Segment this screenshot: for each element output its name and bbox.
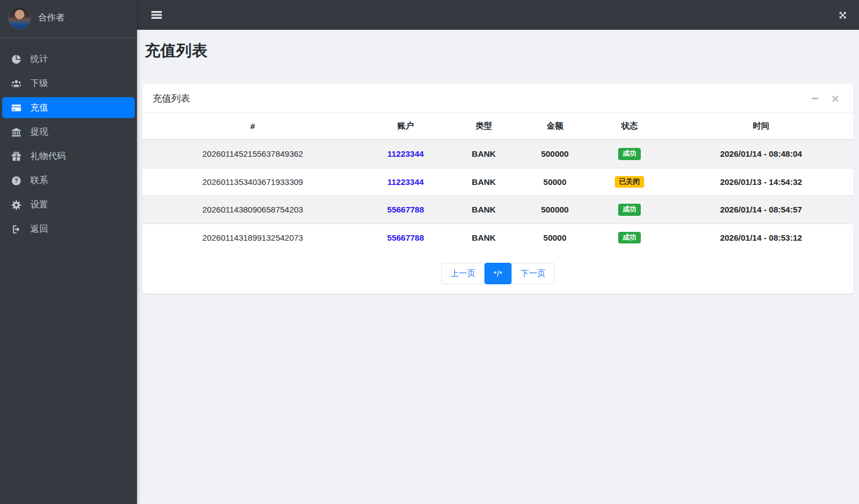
pagination: 上一页 */* 下一页 — [143, 251, 853, 294]
pie-chart-icon — [9, 54, 23, 65]
table-row: 2026011431899132542073 55667788 BANK 500… — [143, 224, 853, 251]
sidebar-item-contact[interactable]: ? 联系 — [2, 170, 135, 191]
table-header: # 账户 类型 金额 状态 时间 — [143, 113, 853, 140]
col-header-amount: 金额 — [519, 113, 591, 140]
next-page-button[interactable]: 下一页 — [511, 263, 555, 284]
account-link[interactable]: 11223344 — [387, 149, 424, 158]
sidebar-item-label: 统计 — [30, 54, 48, 65]
sidebar-item-label: 礼物代码 — [30, 151, 66, 162]
time-cell: 2026/01/14 - 08:54:57 — [668, 196, 853, 224]
status-cell: 已关闭 — [591, 168, 669, 196]
status-badge: 成功 — [618, 148, 641, 160]
table-row: 2026011353403671933309 11223344 BANK 500… — [143, 168, 853, 196]
sidebar-item-label: 返回 — [30, 224, 48, 235]
sign-out-icon — [9, 224, 23, 235]
status-cell: 成功 — [591, 140, 669, 168]
time-cell: 2026/01/13 - 14:54:32 — [668, 168, 853, 196]
type-cell: BANK — [448, 224, 519, 251]
svg-text:?: ? — [14, 177, 18, 184]
type-cell: BANK — [448, 168, 519, 196]
account-link[interactable]: 55667788 — [387, 205, 424, 214]
sidebar-item-subordinates[interactable]: 下级 — [2, 73, 135, 94]
amount-cell: 500000 — [519, 140, 591, 168]
amount-cell: 50000 — [519, 224, 591, 251]
main-area: 充值列表 充值列表 — [137, 0, 859, 504]
time-cell: 2026/01/14 - 08:48:04 — [668, 140, 853, 168]
credit-card-icon — [9, 103, 23, 113]
type-cell: BANK — [448, 196, 519, 224]
sidebar-item-withdraw[interactable]: 提现 — [2, 121, 135, 142]
col-header-id: # — [143, 113, 363, 140]
minus-icon — [811, 94, 819, 103]
table-row: 2026011452155637849362 11223344 BANK 500… — [143, 140, 853, 168]
recharge-id-cell: 2026011438090658754203 — [143, 196, 363, 224]
close-icon — [831, 95, 839, 103]
topbar — [137, 0, 859, 30]
sidebar-divider — [0, 38, 137, 38]
card-tools — [810, 93, 844, 104]
recharge-id-cell: 2026011353403671933309 — [143, 168, 363, 196]
sidebar-item-label: 设置 — [30, 199, 48, 211]
gear-icon — [9, 200, 23, 210]
recharge-list-card: 充值列表 — [143, 84, 853, 294]
page-title: 充值列表 — [145, 40, 853, 61]
card-title: 充值列表 — [152, 92, 190, 105]
col-header-type: 类型 — [448, 113, 519, 140]
user-name: 合作者 — [38, 12, 65, 24]
account-cell: 11223344 — [363, 168, 448, 196]
fullscreen-button[interactable] — [836, 8, 850, 22]
status-badge: 成功 — [618, 232, 641, 244]
recharge-table: # 账户 类型 金额 状态 时间 2026011452155637849362 … — [143, 113, 853, 251]
sidebar: 合作者 统计 下级 充值 提现 — [0, 0, 137, 504]
status-badge: 已关闭 — [615, 176, 645, 188]
minimize-button[interactable] — [810, 93, 820, 104]
sidebar-item-label: 联系 — [30, 175, 48, 187]
user-avatar[interactable] — [8, 7, 31, 29]
sidebar-item-label: 充值 — [30, 102, 48, 114]
time-cell: 2026/01/14 - 08:53:12 — [668, 224, 853, 251]
amount-cell: 50000 — [519, 168, 591, 196]
question-circle-icon: ? — [9, 176, 23, 186]
amount-cell: 500000 — [519, 196, 591, 224]
current-page-button[interactable]: */* — [484, 263, 512, 284]
sidebar-item-statistics[interactable]: 统计 — [2, 49, 135, 70]
status-badge: 成功 — [618, 204, 641, 216]
hamburger-menu-button[interactable] — [149, 8, 164, 22]
col-header-account: 账户 — [363, 113, 448, 140]
card-header: 充值列表 — [143, 84, 853, 113]
prev-page-button[interactable]: 上一页 — [441, 263, 485, 284]
expand-arrows-icon — [838, 10, 847, 20]
status-cell: 成功 — [591, 196, 669, 224]
sidebar-item-label: 提现 — [30, 126, 48, 138]
status-cell: 成功 — [591, 224, 669, 251]
users-icon — [9, 78, 23, 89]
account-cell: 55667788 — [363, 196, 448, 224]
col-header-time: 时间 — [668, 113, 853, 140]
close-button[interactable] — [830, 94, 840, 104]
recharge-id-cell: 2026011431899132542073 — [143, 224, 363, 251]
account-cell: 11223344 — [363, 140, 448, 168]
account-cell: 55667788 — [363, 224, 448, 251]
table-body: 2026011452155637849362 11223344 BANK 500… — [143, 140, 853, 251]
account-link[interactable]: 11223344 — [387, 177, 424, 187]
type-cell: BANK — [448, 140, 519, 168]
content: 充值列表 充值列表 — [137, 30, 859, 294]
sidebar-item-settings[interactable]: 设置 — [2, 194, 135, 215]
recharge-id-cell: 2026011452155637849362 — [143, 140, 363, 168]
sidebar-item-label: 下级 — [30, 78, 48, 89]
table-row: 2026011438090658754203 55667788 BANK 500… — [143, 196, 853, 224]
gift-icon — [9, 151, 23, 162]
sidebar-item-gift-codes[interactable]: 礼物代码 — [2, 146, 135, 167]
sidebar-item-back[interactable]: 返回 — [2, 219, 135, 240]
col-header-status: 状态 — [591, 113, 669, 140]
bank-icon — [9, 127, 23, 137]
user-panel: 合作者 — [0, 0, 137, 38]
sidebar-item-recharge[interactable]: 充值 — [2, 97, 135, 118]
hamburger-icon — [151, 10, 162, 19]
sidebar-nav: 统计 下级 充值 提现 礼物代码 — [0, 47, 137, 241]
account-link[interactable]: 55667788 — [387, 233, 424, 242]
